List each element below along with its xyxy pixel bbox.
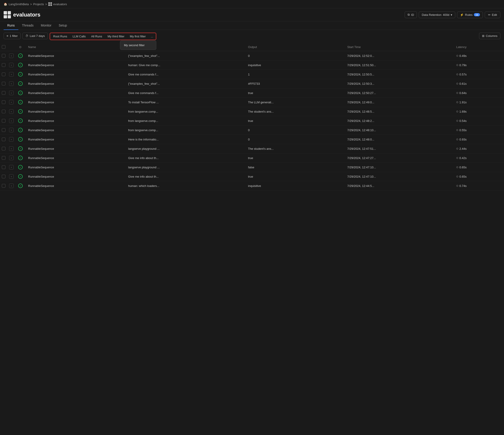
- row-expand-button[interactable]: ›: [9, 81, 14, 86]
- select-all-checkbox[interactable]: [2, 45, 5, 49]
- tab-runs[interactable]: Runs: [4, 21, 18, 30]
- row-checkbox[interactable]: [2, 100, 5, 104]
- row-name[interactable]: RunnableSequence: [25, 51, 126, 61]
- filter-dropdown-item-my-second-filter[interactable]: My second filter: [120, 42, 156, 49]
- table-row: › ✓ RunnableSequence langserve playgroun…: [0, 144, 504, 153]
- row-name[interactable]: RunnableSequence: [25, 153, 126, 163]
- row-start-time: 7/29/2024, 12:50:27...: [344, 88, 453, 98]
- row-name[interactable]: RunnableSequence: [25, 144, 126, 153]
- row-expand-button[interactable]: ›: [9, 91, 14, 95]
- row-latency: ⊙ 0.65s: [453, 172, 504, 181]
- row-expand-button[interactable]: ›: [9, 174, 14, 179]
- row-expand-button[interactable]: ›: [9, 137, 14, 142]
- row-name[interactable]: RunnableSequence: [25, 79, 126, 88]
- latency-value: 0.64s: [459, 91, 467, 95]
- row-expand-button[interactable]: ›: [9, 53, 14, 58]
- latency-value: 2.44s: [459, 147, 467, 150]
- filter-button[interactable]: ≡ 1 filter: [4, 33, 21, 39]
- row-checkbox[interactable]: [2, 54, 5, 58]
- breadcrumb-projects[interactable]: Projects: [33, 2, 44, 6]
- row-latency: ⊙ 0.74s: [453, 181, 504, 191]
- row-checkbox[interactable]: [2, 156, 5, 160]
- row-name[interactable]: RunnableSequence: [25, 163, 126, 172]
- edit-button[interactable]: ✏ Edit: [485, 12, 500, 18]
- row-name[interactable]: RunnableSequence: [25, 135, 126, 144]
- row-input: Give me commands f...: [126, 88, 245, 98]
- col-header-latency: Latency: [453, 43, 504, 51]
- row-name[interactable]: RunnableSequence: [25, 172, 126, 181]
- row-expand-cell: ›: [8, 51, 16, 61]
- row-checkbox[interactable]: [2, 184, 5, 188]
- row-status-cell: ✓: [16, 135, 25, 144]
- filter-tab-my-first-filter[interactable]: My first filter: [127, 34, 149, 39]
- row-expand-button[interactable]: ›: [9, 156, 14, 160]
- id-button[interactable]: ⧉ ID: [405, 11, 417, 18]
- latency-value: 0.55s: [459, 129, 467, 132]
- status-success-icon: ✓: [18, 72, 23, 77]
- row-input: from langserve.comp...: [126, 116, 245, 125]
- status-header-icon: ⊙: [19, 45, 22, 49]
- filter-tab-more[interactable]: ...: [149, 34, 156, 39]
- row-checkbox[interactable]: [2, 72, 5, 76]
- row-name[interactable]: RunnableSequence: [25, 61, 126, 70]
- row-start-time: 7/29/2024, 12:47:10...: [344, 163, 453, 172]
- row-checkbox[interactable]: [2, 119, 5, 122]
- filter-tab-my-third-filter[interactable]: My third filter: [105, 34, 127, 39]
- row-checkbox[interactable]: [2, 147, 5, 150]
- row-expand-button[interactable]: ›: [9, 109, 14, 114]
- row-checkbox-cell: [0, 153, 8, 163]
- row-status-cell: ✓: [16, 107, 25, 116]
- latency-icon: ⊙: [456, 184, 459, 187]
- row-checkbox[interactable]: [2, 138, 5, 141]
- row-checkbox[interactable]: [2, 91, 5, 95]
- row-expand-button[interactable]: ›: [9, 183, 14, 188]
- row-input: from langserve.comp...: [126, 125, 245, 135]
- table-row: › ✓ RunnableSequence Give me commands f.…: [0, 70, 504, 79]
- breadcrumb-home[interactable]: LangSmithBeta: [9, 2, 29, 6]
- row-checkbox[interactable]: [2, 175, 5, 178]
- row-expand-button[interactable]: ›: [9, 165, 14, 169]
- row-checkbox-cell: [0, 98, 8, 107]
- row-expand-cell: ›: [8, 70, 16, 79]
- row-checkbox[interactable]: [2, 128, 5, 132]
- grid-icon: [48, 2, 52, 6]
- tab-setup[interactable]: Setup: [55, 21, 71, 30]
- col-header-expand: [8, 43, 16, 51]
- tab-threads[interactable]: Threads: [18, 21, 37, 30]
- time-filter-button[interactable]: ⏱ Last 7 days: [22, 33, 48, 39]
- tab-monitor[interactable]: Monitor: [37, 21, 55, 30]
- table-row: › ✓ RunnableSequence from langserve.comp…: [0, 125, 504, 135]
- data-retention-button[interactable]: Data Retention 400d ▾: [419, 12, 455, 18]
- row-checkbox[interactable]: [2, 165, 5, 169]
- row-name[interactable]: RunnableSequence: [25, 116, 126, 125]
- row-name[interactable]: RunnableSequence: [25, 70, 126, 79]
- row-expand-button[interactable]: ›: [9, 146, 14, 151]
- row-expand-button[interactable]: ›: [9, 128, 14, 132]
- row-latency: ⊙ 0.54s: [453, 116, 504, 125]
- row-name[interactable]: RunnableSequence: [25, 107, 126, 116]
- row-expand-button[interactable]: ›: [9, 119, 14, 123]
- row-output: The LLM generati...: [245, 98, 344, 107]
- row-checkbox[interactable]: [2, 110, 5, 113]
- row-checkbox[interactable]: [2, 82, 5, 85]
- row-status-cell: ✓: [16, 51, 25, 61]
- row-expand-cell: ›: [8, 181, 16, 191]
- row-expand-button[interactable]: ›: [9, 63, 14, 67]
- row-expand-button[interactable]: ›: [9, 72, 14, 77]
- row-input: from langserve.comp...: [126, 107, 245, 116]
- filter-tab-all-runs[interactable]: All Runs: [89, 34, 105, 39]
- rules-button[interactable]: ⚡ Rules 11: [457, 12, 483, 18]
- row-name[interactable]: RunnableSequence: [25, 98, 126, 107]
- edit-icon: ✏: [488, 13, 491, 17]
- row-name[interactable]: RunnableSequence: [25, 181, 126, 191]
- row-name[interactable]: RunnableSequence: [25, 125, 126, 135]
- row-name[interactable]: RunnableSequence: [25, 88, 126, 98]
- row-output: true: [245, 172, 344, 181]
- row-latency: ⊙ 1.91s: [453, 98, 504, 107]
- row-expand-button[interactable]: ›: [9, 100, 14, 104]
- filter-tab-root-runs[interactable]: Root Runs: [51, 34, 70, 39]
- filter-tab-llm-calls[interactable]: LLM Calls: [70, 34, 89, 39]
- row-checkbox[interactable]: [2, 63, 5, 67]
- columns-button[interactable]: ⊞ Columns: [479, 33, 500, 39]
- row-checkbox-cell: [0, 107, 8, 116]
